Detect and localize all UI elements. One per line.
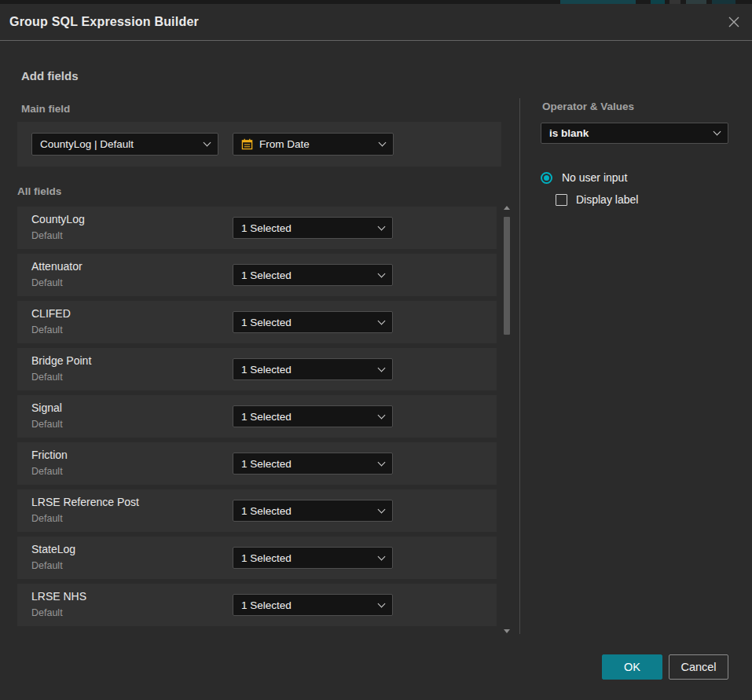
- checkbox-label: Display label: [576, 193, 638, 206]
- main-field-label: Main field: [21, 103, 70, 115]
- field-selected-dropdown[interactable]: 1 Selected: [233, 500, 393, 522]
- field-selected-value: 1 Selected: [241, 317, 379, 328]
- field-name: CountyLog: [31, 213, 85, 225]
- field-row: LRSE NHS Default 1 Selected: [17, 584, 497, 626]
- field-selected-dropdown[interactable]: 1 Selected: [233, 594, 393, 616]
- chevron-down-icon: [378, 269, 386, 277]
- field-subtitle: Default: [31, 513, 63, 524]
- field-selected-value: 1 Selected: [241, 458, 379, 470]
- all-fields-list: CountyLog Default 1 Selected Attenuator …: [17, 207, 497, 626]
- operator-values-heading: Operator & Values: [542, 101, 634, 112]
- radio-label: No user input: [562, 171, 627, 184]
- chevron-down-icon: [378, 411, 386, 419]
- field-row: LRSE Reference Post Default 1 Selected: [17, 489, 497, 532]
- field-subtitle: Default: [31, 230, 63, 241]
- field-selected-value: 1 Selected: [241, 364, 379, 376]
- field-row: StateLog Default 1 Selected: [17, 537, 497, 579]
- field-selected-dropdown[interactable]: 1 Selected: [233, 358, 393, 380]
- scroll-up-arrow-icon[interactable]: [504, 206, 510, 210]
- field-row: CLIFED Default 1 Selected: [17, 301, 497, 343]
- field-row: Signal Default 1 Selected: [17, 395, 497, 438]
- field-subtitle: Default: [31, 560, 63, 571]
- field-name: Signal: [31, 401, 62, 414]
- field-select-value: From Date: [259, 138, 380, 150]
- main-field-card: CountyLog | Default From Date: [17, 122, 501, 167]
- fields-list-scrollbar[interactable]: [502, 203, 512, 636]
- chevron-down-icon: [378, 505, 386, 513]
- field-row: CountyLog Default 1 Selected: [17, 207, 497, 249]
- operator-value: is blank: [549, 127, 714, 139]
- field-selected-dropdown[interactable]: 1 Selected: [233, 311, 393, 333]
- close-icon: [727, 15, 741, 29]
- field-subtitle: Default: [31, 277, 63, 288]
- chevron-down-icon: [378, 222, 386, 230]
- scroll-down-arrow-icon[interactable]: [504, 629, 510, 633]
- chevron-down-icon: [204, 139, 211, 147]
- field-name: LRSE NHS: [31, 590, 86, 603]
- field-selected-value: 1 Selected: [241, 599, 379, 611]
- scrollbar-thumb[interactable]: [504, 217, 510, 335]
- chevron-down-icon: [713, 128, 721, 136]
- field-subtitle: Default: [31, 419, 63, 430]
- chevron-down-icon: [378, 317, 386, 324]
- chevron-down-icon: [379, 139, 387, 147]
- field-subtitle: Default: [31, 466, 63, 477]
- ok-button[interactable]: OK: [602, 654, 662, 680]
- field-subtitle: Default: [31, 372, 63, 383]
- field-name: StateLog: [31, 543, 75, 555]
- field-name: LRSE Reference Post: [31, 496, 139, 508]
- field-subtitle: Default: [31, 607, 63, 618]
- cancel-button[interactable]: Cancel: [669, 654, 728, 680]
- field-selected-dropdown[interactable]: 1 Selected: [233, 453, 393, 475]
- field-row: Friction Default 1 Selected: [17, 442, 497, 485]
- field-row: Bridge Point Default 1 Selected: [17, 348, 497, 390]
- field-row: Attenuator Default 1 Selected: [17, 254, 497, 296]
- dialog-title: Group SQL Expression Builder: [9, 15, 199, 29]
- dialog-header: Group SQL Expression Builder: [0, 4, 752, 41]
- operator-dropdown[interactable]: is blank: [541, 123, 728, 144]
- chevron-down-icon: [378, 552, 386, 560]
- field-selected-value: 1 Selected: [241, 222, 379, 234]
- field-name: Friction: [31, 449, 68, 461]
- close-button[interactable]: [725, 13, 743, 31]
- add-fields-heading: Add fields: [21, 69, 79, 82]
- field-selected-value: 1 Selected: [241, 411, 379, 423]
- field-name: Attenuator: [31, 260, 83, 273]
- chevron-down-icon: [378, 458, 386, 466]
- group-sql-expression-builder-dialog: Group SQL Expression Builder Add fields …: [0, 4, 752, 700]
- field-selected-value: 1 Selected: [241, 552, 379, 564]
- field-selected-dropdown[interactable]: 1 Selected: [233, 217, 393, 239]
- checkbox-unchecked-icon: [556, 194, 567, 206]
- field-name: Bridge Point: [31, 354, 91, 367]
- radio-selected-icon: [541, 172, 552, 184]
- all-fields-label: All fields: [17, 185, 61, 197]
- calendar-icon: [241, 138, 253, 150]
- no-user-input-radio[interactable]: No user input: [541, 171, 627, 184]
- field-selected-value: 1 Selected: [241, 269, 379, 281]
- panel-divider: [519, 98, 520, 634]
- layer-select-dropdown[interactable]: CountyLog | Default: [31, 133, 218, 156]
- chevron-down-icon: [378, 599, 386, 607]
- field-selected-dropdown[interactable]: 1 Selected: [233, 547, 393, 569]
- field-selected-dropdown[interactable]: 1 Selected: [233, 405, 393, 427]
- field-subtitle: Default: [31, 324, 63, 335]
- field-select-dropdown[interactable]: From Date: [233, 133, 394, 156]
- field-selected-dropdown[interactable]: 1 Selected: [233, 264, 393, 286]
- chevron-down-icon: [378, 364, 386, 372]
- field-name: CLIFED: [31, 307, 71, 320]
- field-selected-value: 1 Selected: [241, 505, 379, 517]
- layer-select-value: CountyLog | Default: [40, 138, 204, 150]
- display-label-checkbox[interactable]: Display label: [556, 193, 638, 206]
